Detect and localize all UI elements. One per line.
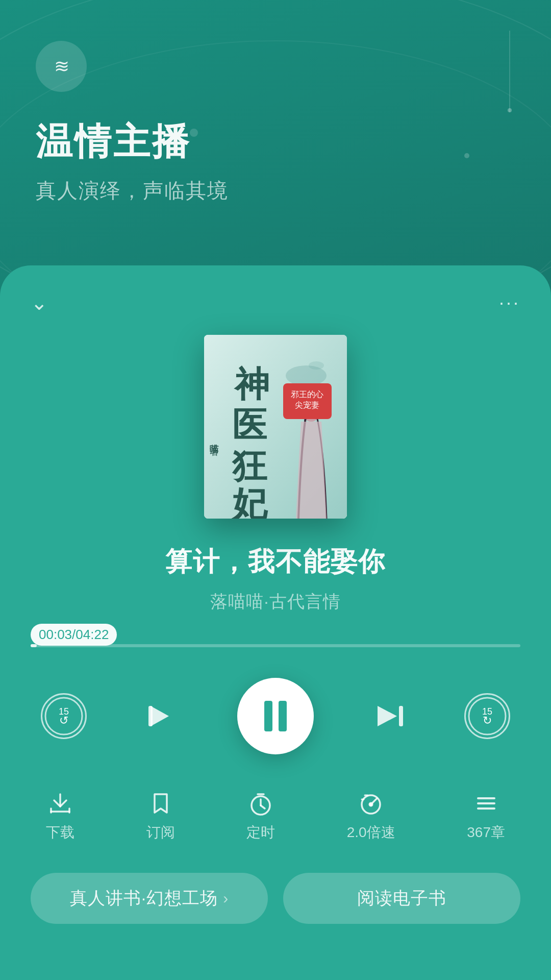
timer-label: 定时 (246, 823, 275, 842)
logo-circle: ≋ (36, 41, 87, 92)
svg-line-31 (261, 805, 265, 808)
download-action[interactable]: 下载 (46, 790, 74, 842)
human-narration-label: 真人讲书·幻想工场 (70, 887, 218, 910)
song-title: 算计，我不能娶你 (31, 544, 520, 580)
svg-marker-19 (151, 706, 169, 726)
svg-point-5 (309, 361, 324, 370)
sub-title: 真人演绎，声临其境 (36, 177, 515, 205)
chapters-label: 367章 (467, 823, 505, 842)
svg-point-34 (369, 803, 372, 806)
svg-text:邪王的心: 邪王的心 (291, 390, 323, 399)
skip-back-button[interactable]: 15 ↺ (41, 693, 87, 739)
previous-button[interactable] (144, 698, 180, 734)
svg-rect-20 (399, 706, 403, 726)
svg-text:神: 神 (234, 365, 269, 404)
collapse-button[interactable]: ⌄ (31, 291, 48, 314)
logo-icon: ≋ (54, 56, 68, 77)
progress-time: 00:03/04:22 (31, 624, 117, 646)
arrow-right-icon: › (223, 890, 229, 907)
song-meta: 落喵喵·古代言情 (31, 590, 520, 614)
book-cover-wrapper: 神 医 狂 妃 邪王的心 尖宠妻 落喵喵 著 (31, 335, 520, 519)
read-ebook-label: 阅读电子书 (357, 887, 446, 910)
progress-bar-bg[interactable] (31, 644, 520, 647)
card-top-bar: ⌄ ··· (31, 291, 520, 314)
controls-row: 15 ↺ (31, 678, 520, 754)
more-options-button[interactable]: ··· (499, 292, 520, 313)
subscribe-action[interactable]: 订阅 (146, 790, 175, 842)
chapters-action[interactable]: 367章 (467, 790, 505, 842)
book-cover: 神 医 狂 妃 邪王的心 尖宠妻 落喵喵 著 (204, 335, 347, 519)
speed-label: 2.0倍速 (347, 823, 395, 842)
actions-row: 下载 订阅 定时 (31, 790, 520, 842)
progress-bar-fill (31, 644, 37, 647)
svg-text:医: 医 (232, 406, 267, 445)
progress-section[interactable]: 00:03/04:22 (31, 644, 520, 647)
bottom-buttons: 真人讲书·幻想工场 › 阅读电子书 (31, 873, 520, 924)
read-ebook-button[interactable]: 阅读电子书 (283, 873, 520, 924)
header: ≋ 温情主播 真人演绎，声临其境 (0, 0, 551, 225)
svg-marker-21 (378, 706, 397, 726)
subscribe-label: 订阅 (146, 823, 175, 842)
speed-action[interactable]: 2.0倍速 (347, 790, 395, 842)
play-pause-button[interactable] (237, 678, 314, 754)
svg-text:尖宠妻: 尖宠妻 (295, 401, 319, 409)
svg-text:↺: ↺ (59, 714, 68, 727)
next-button[interactable] (371, 698, 407, 734)
book-cover-art: 神 医 狂 妃 邪王的心 尖宠妻 落喵喵 著 (204, 335, 347, 519)
svg-text:妃: 妃 (231, 485, 268, 519)
human-narration-button[interactable]: 真人讲书·幻想工场 › (31, 873, 268, 924)
timer-action[interactable]: 定时 (246, 790, 275, 842)
svg-text:狂: 狂 (232, 447, 267, 485)
download-label: 下载 (46, 823, 74, 842)
pause-icon (264, 701, 287, 731)
player-card: ⌄ ··· (0, 265, 551, 980)
main-title: 温情主播 (36, 117, 515, 166)
skip-forward-button[interactable]: 15 ↻ (464, 693, 510, 739)
svg-text:↻: ↻ (483, 714, 492, 727)
